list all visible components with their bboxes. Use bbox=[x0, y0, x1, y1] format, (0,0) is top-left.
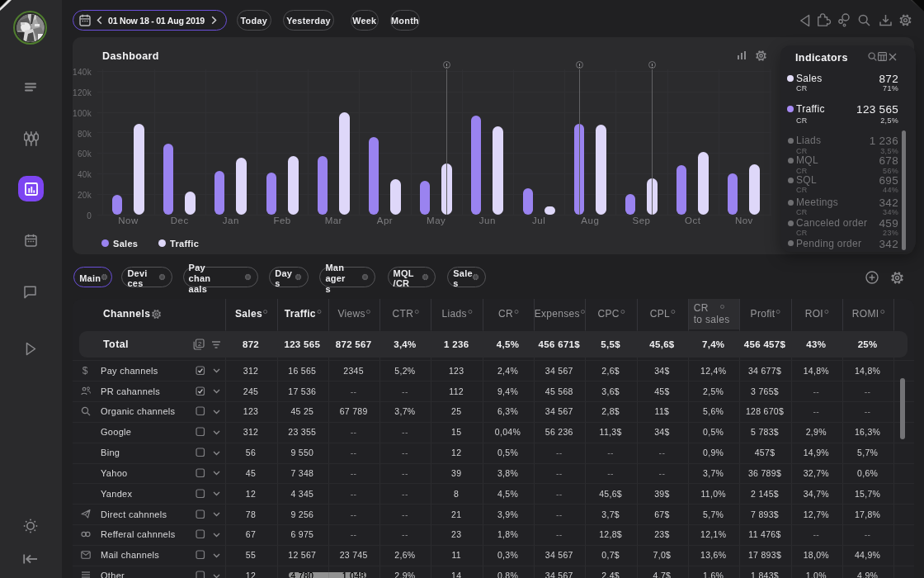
svg-text:$: $ bbox=[82, 365, 88, 376]
svg-text:2: 2 bbox=[198, 340, 201, 348]
